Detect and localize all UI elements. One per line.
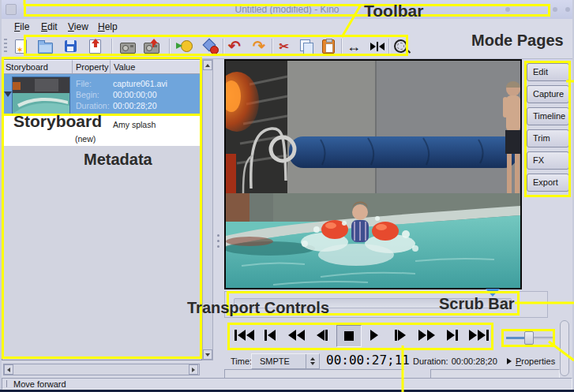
pane-splitter[interactable] xyxy=(214,59,223,364)
minimize-button[interactable] xyxy=(505,7,510,12)
paste-icon xyxy=(322,39,335,54)
cut-button[interactable]: ✂ xyxy=(274,36,295,56)
scroll-left-button[interactable] xyxy=(4,364,13,375)
scrub-position-marker[interactable] xyxy=(486,289,500,297)
undo-button[interactable]: ↶ xyxy=(224,36,245,56)
storyboard-horizontal-scrollbar[interactable] xyxy=(3,364,200,375)
expand-marker-icon[interactable] xyxy=(4,91,12,97)
storyboard-vertical-scrollbar[interactable] xyxy=(202,59,213,360)
clip-thumbnail xyxy=(12,77,70,114)
time-format-value: SMPTE xyxy=(260,357,290,366)
scroll-right-button[interactable] xyxy=(189,364,198,375)
vertical-slider-track[interactable] xyxy=(560,320,569,376)
storyboard-title-row[interactable]: Amy splash (new) xyxy=(2,115,201,146)
split-scene-button[interactable]: ↔ xyxy=(343,36,364,56)
export-file-icon xyxy=(89,39,101,54)
status-text: Move forward xyxy=(13,379,66,389)
clip-prop-value: 00:00:00;00 xyxy=(113,89,156,100)
skip-to-end-button[interactable] xyxy=(467,325,490,345)
arrow-up-icon xyxy=(205,64,210,67)
menu-bar: File Edit View Help xyxy=(2,19,572,35)
toolbar-separator xyxy=(272,39,273,54)
timecode-display: 00:00:27;11 xyxy=(326,353,410,368)
menu-help[interactable]: Help xyxy=(95,21,121,33)
export-file-button[interactable] xyxy=(84,36,105,56)
join-scenes-icon xyxy=(370,42,385,51)
menu-edit[interactable]: Edit xyxy=(38,21,61,33)
toolbar-separator xyxy=(341,39,343,54)
paste-button[interactable] xyxy=(318,36,339,56)
status-bar: Move forward xyxy=(2,378,572,390)
volume-slider-handle[interactable] xyxy=(524,331,534,345)
frame-forward-button[interactable] xyxy=(388,325,412,345)
clip-prop-label: Begin: xyxy=(76,89,99,100)
copy-button[interactable] xyxy=(296,36,317,56)
video-preview xyxy=(224,59,522,289)
av-forward-button[interactable] xyxy=(176,36,197,56)
toolbar-grip[interactable] xyxy=(4,39,7,54)
new-file-icon: ✶ xyxy=(15,39,27,54)
next-scene-button[interactable] xyxy=(441,325,464,345)
arrow-down-icon xyxy=(205,353,210,357)
capture-camera-icon xyxy=(120,43,136,54)
clip-prop-label: Duration: xyxy=(76,100,110,111)
play-button[interactable] xyxy=(362,325,386,345)
previous-scene-button[interactable] xyxy=(258,325,282,345)
menu-file[interactable]: File xyxy=(11,21,32,33)
properties-expander[interactable]: Properties xyxy=(507,357,555,366)
maximize-button[interactable] xyxy=(553,7,557,12)
column-header-value[interactable]: Value xyxy=(111,60,201,74)
column-header-property[interactable]: Property xyxy=(73,60,111,74)
save-file-button[interactable] xyxy=(60,36,81,56)
save-file-icon xyxy=(65,40,77,52)
column-header-storyboard[interactable]: Storyboard xyxy=(2,60,73,74)
mode-page-export[interactable]: Export xyxy=(527,174,569,192)
redo-icon: ↷ xyxy=(253,39,265,54)
capture-camera-button[interactable] xyxy=(118,36,138,56)
scrub-bar[interactable] xyxy=(234,298,512,308)
properties-label: Properties xyxy=(516,357,555,366)
status-divider xyxy=(6,380,7,387)
grip-dot-icon xyxy=(217,245,219,248)
mode-page-fx[interactable]: FX xyxy=(527,151,569,170)
clip-title-value: Amy splash xyxy=(113,120,156,129)
mode-page-trim[interactable]: Trim xyxy=(527,129,569,147)
mode-page-capture[interactable]: Capture xyxy=(527,85,569,103)
av-stop-button[interactable] xyxy=(201,36,221,56)
spinner[interactable] xyxy=(306,354,319,368)
close-button[interactable] xyxy=(565,7,570,12)
mode-page-edit[interactable]: Edit xyxy=(527,63,569,81)
fast-forward-button[interactable] xyxy=(415,325,438,345)
time-label: Time: xyxy=(231,357,252,366)
window-title: Untitled (modified) - Kino xyxy=(0,4,574,15)
window-left-edge xyxy=(0,0,2,390)
redo-button[interactable]: ↷ xyxy=(249,36,269,56)
toolbar-separator xyxy=(169,39,171,54)
join-scenes-button[interactable] xyxy=(367,36,388,56)
scroll-up-button[interactable] xyxy=(203,60,212,70)
mode-page-timeline[interactable]: Timeline xyxy=(527,107,569,125)
new-file-button[interactable]: ✶ xyxy=(10,36,31,56)
skip-to-start-button[interactable] xyxy=(232,325,256,345)
time-format-select[interactable]: SMPTE xyxy=(251,353,320,369)
spin-down-icon xyxy=(310,362,315,365)
magnify-icon xyxy=(394,39,407,53)
kino-window: Untitled (modified) - Kino File Edit Vie… xyxy=(0,0,574,392)
stop-button[interactable] xyxy=(336,325,362,347)
magnify-button[interactable] xyxy=(390,36,411,56)
open-file-button[interactable] xyxy=(35,36,55,56)
arrow-left-icon xyxy=(7,368,10,372)
rewind-button[interactable] xyxy=(284,325,308,345)
menu-view[interactable]: View xyxy=(65,21,92,33)
storyboard-panel: Storyboard Property Value File: capture0… xyxy=(2,59,202,360)
clip-prop-value: capture061.avi xyxy=(113,78,167,89)
frame-back-button[interactable] xyxy=(310,325,334,345)
export-to-camera-button[interactable] xyxy=(141,36,162,56)
storyboard-new-item[interactable]: (new) xyxy=(75,134,96,144)
duration-value: 00:00:28;20 xyxy=(452,357,497,366)
copy-icon xyxy=(300,39,310,51)
split-scene-icon: ↔ xyxy=(347,39,361,54)
scroll-down-button[interactable] xyxy=(203,349,212,360)
storyboard-selected-clip-row[interactable]: File: capture061.avi Begin: 00:00:00;00 … xyxy=(2,74,201,115)
grip-dot-icon xyxy=(217,240,219,242)
